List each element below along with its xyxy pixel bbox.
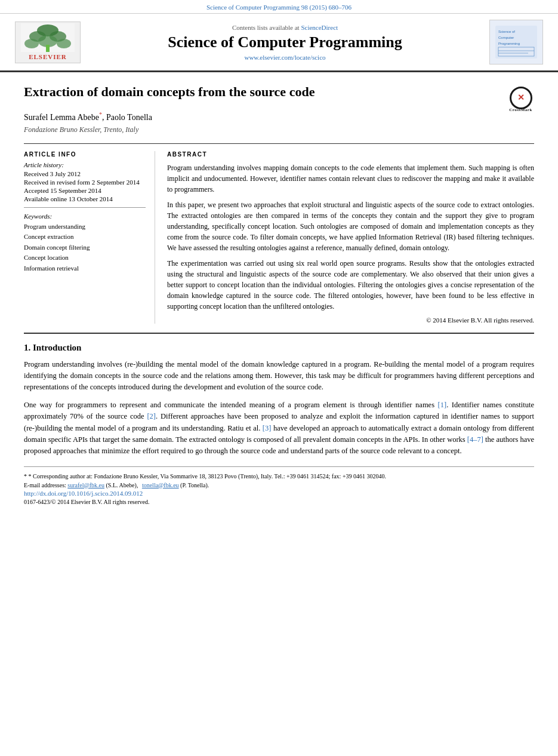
svg-text:Programming: Programming xyxy=(498,42,520,45)
svg-point-4 xyxy=(24,39,39,48)
ref-4-7[interactable]: [4–7] xyxy=(467,435,483,444)
abstract-para-2: In this paper, we present two approaches… xyxy=(167,199,534,253)
section-number: 1. xyxy=(24,343,33,352)
crossmark-label: CrossMark xyxy=(509,107,532,112)
corresponding-note: * * Corresponding author at: Fondazione … xyxy=(24,472,534,481)
history-item-2: Received in revised form 2 September 201… xyxy=(24,179,146,186)
doi-link[interactable]: http://dx.doi.org/10.1016/j.scico.2014.0… xyxy=(24,490,143,497)
svg-point-6 xyxy=(57,39,71,48)
email-label: E-mail addresses: xyxy=(24,482,66,488)
journal-url[interactable]: www.elsevier.com/locate/scico xyxy=(244,54,325,61)
svg-rect-7 xyxy=(46,45,50,52)
svg-text:Science of: Science of xyxy=(498,30,515,33)
section-label: Introduction xyxy=(33,343,81,352)
article-info-column: ARTICLE INFO Article history: Received 3… xyxy=(24,151,155,324)
abstract-para-1: Program understanding involves mapping d… xyxy=(167,162,534,195)
article-info-heading: ARTICLE INFO xyxy=(24,151,146,158)
section-divider xyxy=(24,333,534,334)
email2-link[interactable]: tonella@fbk.eu xyxy=(142,482,179,488)
svg-rect-12 xyxy=(498,47,534,56)
right-logo-area: Science of Computer Programming xyxy=(486,20,546,64)
introduction-heading: 1. Introduction xyxy=(24,343,534,353)
corresponding-text: * Corresponding author at: Fondazione Br… xyxy=(29,473,387,480)
article-info-abstract-section: ARTICLE INFO Article history: Received 3… xyxy=(24,143,534,324)
journal-reference-bar: Science of Computer Programming 98 (2015… xyxy=(0,0,558,14)
keyword-5: Information retrieval xyxy=(24,263,146,274)
journal-title: Science of Computer Programming xyxy=(168,33,402,51)
intro-para-2: One way for programmers to represent and… xyxy=(24,399,534,457)
corresponding-star-note: * xyxy=(24,473,29,480)
affiliation: Fondazione Bruno Kessler, Trento, Italy xyxy=(24,125,534,134)
journal-center-info: Contents lists available at ScienceDirec… xyxy=(90,20,480,64)
crossmark-icon[interactable]: ✕ CrossMark xyxy=(507,84,534,111)
elsevier-tree-graphic xyxy=(21,23,75,52)
authors-text: Surafel Lemma Abebe*, Paolo Tonella xyxy=(24,113,152,122)
ref-3[interactable]: [3] xyxy=(263,424,272,432)
introduction-section: 1. Introduction Program understanding in… xyxy=(24,343,534,457)
keyword-4: Concept location xyxy=(24,253,146,263)
ref-1[interactable]: [1] xyxy=(438,401,447,409)
abstract-section: ABSTRACT Program understanding involves … xyxy=(167,151,534,324)
email2-author: (P. Tonella). xyxy=(180,482,209,488)
elsevier-logo-area: ELSEVIER xyxy=(12,20,84,64)
main-content: Extraction of domain concepts from the s… xyxy=(0,72,558,517)
abstract-copyright: © 2014 Elsevier B.V. All rights reserved… xyxy=(167,316,534,324)
footnote-area: * * Corresponding author at: Fondazione … xyxy=(24,472,534,490)
article-title: Extraction of domain concepts from the s… xyxy=(24,84,315,100)
keywords-list: Program understanding Concept extraction… xyxy=(24,222,146,274)
keyword-2: Concept extraction xyxy=(24,232,146,242)
right-logo-graphic: Science of Computer Programming xyxy=(495,26,537,59)
journal-header: ELSEVIER Contents lists available at Sci… xyxy=(0,14,558,72)
keywords-label: Keywords: xyxy=(24,213,146,220)
corresponding-star: * xyxy=(99,111,102,118)
crossmark-circle: ✕ CrossMark xyxy=(510,87,532,109)
doi-line[interactable]: http://dx.doi.org/10.1016/j.scico.2014.0… xyxy=(24,490,534,497)
email1-author: (S.L. Abebe), xyxy=(106,482,138,488)
history-item-3: Accepted 15 September 2014 xyxy=(24,187,146,194)
abstract-para-3: The experimentation was carried out usin… xyxy=(167,258,534,312)
footnote-divider xyxy=(24,466,534,467)
sciencedirect-link[interactable]: ScienceDirect xyxy=(301,24,338,31)
abstract-heading: ABSTRACT xyxy=(167,151,534,158)
ref-2[interactable]: [2] xyxy=(147,412,156,420)
elsevier-wordmark: ELSEVIER xyxy=(29,53,67,60)
email-line: E-mail addresses: surafel@fbk.eu (S.L. A… xyxy=(24,481,534,490)
info-divider xyxy=(24,207,146,208)
issn-line: 0167-6423/© 2014 Elsevier B.V. All right… xyxy=(24,499,534,505)
svg-text:Computer: Computer xyxy=(498,36,514,39)
keyword-1: Program understanding xyxy=(24,222,146,232)
email1-link[interactable]: surafel@fbk.eu xyxy=(67,482,104,488)
title-row: Extraction of domain concepts from the s… xyxy=(24,84,534,111)
crossmark-symbol: ✕ xyxy=(517,93,525,103)
authors-line: Surafel Lemma Abebe*, Paolo Tonella xyxy=(24,111,534,122)
history-item-4: Available online 13 October 2014 xyxy=(24,195,146,202)
keyword-3: Domain concept filtering xyxy=(24,242,146,253)
elsevier-logo: ELSEVIER xyxy=(15,21,81,63)
history-item-1: Received 3 July 2012 xyxy=(24,170,146,177)
journal-reference-text: Science of Computer Programming 98 (2015… xyxy=(206,4,352,11)
right-journal-logo: Science of Computer Programming xyxy=(489,20,543,64)
history-label: Article history: xyxy=(24,161,146,168)
contents-available-line: Contents lists available at ScienceDirec… xyxy=(232,24,338,31)
abstract-body: Program understanding involves mapping d… xyxy=(167,162,534,312)
intro-para-1: Program understanding involves (re-)buil… xyxy=(24,359,534,394)
